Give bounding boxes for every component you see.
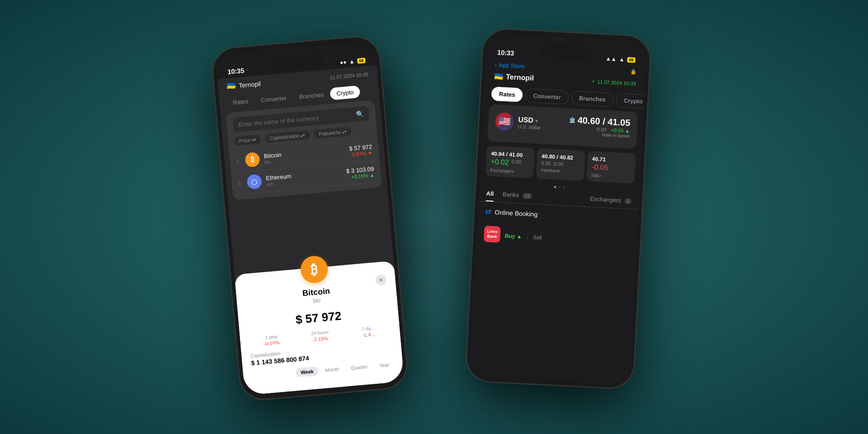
right-battery-badge: 66: [627, 57, 636, 63]
usd-flag: 🇺🇸: [495, 112, 514, 131]
buy-sell-row: Buy ▲ / Sell: [505, 231, 630, 246]
right-date: ✓ 11.07.2024 10:33: [591, 78, 636, 86]
left-status-icons: ●● ▲ 66: [340, 57, 365, 66]
left-city-label: 🇺🇦 Ternopil: [226, 79, 261, 90]
left-status-time: 10:35: [227, 66, 244, 75]
btc-big-icon: ₿: [300, 255, 329, 284]
left-content: 🇺🇦 Ternopil 11.07.2024 10:35 Rates Conve…: [217, 65, 405, 395]
check-icon: ✓: [591, 78, 596, 84]
right-city-name: Ternopil: [506, 73, 534, 82]
back-chevron: ‹: [495, 61, 497, 68]
banks-tab-exchangers[interactable]: Exchangers 1: [590, 195, 632, 209]
tab-rates-right[interactable]: Rates: [491, 87, 523, 103]
usd-main-row: 🇺🇸 USD ▾ U.S. dollar 🏦 40.60 / 41.0: [495, 111, 631, 139]
nbu-card: 40.71 -0.05 NBU: [586, 151, 636, 184]
usd-code: USD: [518, 116, 534, 125]
btc-icon: ₿: [245, 152, 260, 168]
lock-icon: 🔒: [630, 69, 637, 75]
left-header-date: 11.07.2024 10:35: [330, 71, 368, 80]
right-content: ‹ App Store 🔒 🇺🇦 Ternopil ✓ 11.07.2024 1…: [469, 58, 646, 384]
wifi-icon: ▲: [349, 58, 355, 65]
sort-cap-btn[interactable]: Capitalization ▴▾: [265, 130, 310, 143]
nbu-changes: -0.05: [591, 163, 631, 173]
banks-tab-all[interactable]: All: [486, 190, 494, 202]
left-screen: 10:35 ●● ▲ 66 🇺🇦 Ternopil 11.07.2024 10:…: [215, 41, 405, 396]
booking-text: Online Booking: [495, 208, 538, 218]
tab-branches-left[interactable]: Branches: [292, 88, 331, 104]
exchg-change2: 0.00: [511, 159, 521, 167]
sort-pop-btn[interactable]: Popularity ▴▾: [314, 127, 351, 139]
sort-price-btn[interactable]: Price ▴▾: [234, 134, 261, 146]
tab-rates-left[interactable]: Rates: [226, 94, 255, 109]
exchangers-label: Exchangers: [490, 168, 529, 175]
dot-2: [558, 186, 561, 189]
crypto-search-area: Enter the name of the currency 🔍 Price ▴…: [226, 100, 382, 200]
tab-branches-right[interactable]: Branches: [571, 91, 614, 107]
btc-close-btn[interactable]: ✕: [375, 274, 387, 286]
right-screen: 10:33 ▲▲ ▲ 66 ‹ App Store 🔒: [469, 34, 647, 383]
tab-crypto-left[interactable]: Crypto: [330, 85, 360, 100]
right-status-icons: ▲▲ ▲ 66: [605, 56, 635, 63]
btc-price-col: $ 57 972 -0.07% ▼: [349, 143, 373, 157]
eth-icon: ⬡: [246, 174, 262, 190]
period-week[interactable]: Week: [296, 366, 318, 377]
btc-rank: 1.: [236, 158, 245, 164]
eth-rank: 2.: [238, 179, 247, 186]
signal-icon: ●●: [340, 59, 347, 66]
btc-detail-card: ₿ ✕ Bitcoin btc $ 57 972 1 year -0.07% 2…: [234, 261, 404, 396]
bank-info: Buy ▲ / Sell: [505, 230, 630, 246]
right-status-time: 10:33: [497, 48, 514, 57]
tab-crypto-right[interactable]: Crypto: [616, 93, 647, 109]
nbu-change: -0.05: [591, 163, 608, 172]
app-store-back-btn[interactable]: ‹ App Store: [495, 61, 525, 70]
period-year[interactable]: Year: [374, 360, 394, 371]
exchangers-card: 40.94 / 41.00 +0.02 0.00 Exchangers: [486, 146, 535, 178]
nbu-label: NBU: [591, 173, 630, 179]
phone-right: 10:33 ▲▲ ▲ 66 ‹ App Store 🔒: [466, 28, 651, 389]
usd-label-col: USD ▾ U.S. dollar: [518, 116, 570, 132]
dot-1: [554, 186, 556, 188]
right-date-text: 11.07.2024 10:33: [597, 79, 636, 86]
period-quarter[interactable]: Quarter: [346, 362, 373, 373]
right-notch: [539, 43, 594, 61]
right-signal-icon: ▲▲: [605, 56, 616, 62]
interbank-label: Interbank: [541, 167, 580, 174]
bank-icon: 🏦: [569, 117, 576, 123]
tab-converter-right[interactable]: Converter: [525, 88, 569, 104]
right-city: 🇺🇦 Ternopil: [494, 72, 534, 83]
sell-label: Sell: [533, 234, 542, 241]
search-icon: 🔍: [356, 110, 364, 118]
exchangers-changes: +0.02 0.00: [491, 158, 530, 168]
phones-container: 10:35 ●● ▲ 66 🇺🇦 Ternopil 11.07.2024 10:…: [231, 23, 637, 411]
usd-rate-col: 🏦 40.60 / 41.05 0.00 +0.05 ▲ Rate in ban…: [569, 115, 631, 139]
search-placeholder-text: Enter the name of the currency: [238, 114, 319, 128]
eth-price-col: $ 3 103.09 +0.16% ▲: [346, 165, 375, 179]
phone-left: 10:35 ●● ▲ 66 🇺🇦 Ternopil 11.07.2024 10:…: [211, 35, 409, 401]
dot-3: [563, 186, 565, 189]
ukraine-flag: 🇺🇦: [226, 81, 236, 91]
exchg-change1: +0.02: [491, 158, 509, 167]
interbank-change1: 0.00: [541, 160, 551, 166]
btc-detail-header: ₿ ✕ Bitcoin btc: [244, 270, 388, 310]
btc-stat-24h: 24 hours -2.19%: [297, 328, 343, 344]
usd-rate-card: 🇺🇸 USD ▾ U.S. dollar 🏦 40.60 / 41.0: [487, 104, 638, 149]
buy-label: Buy ▲: [505, 232, 522, 240]
interbank-card: 40.80 / 40.82 0.00 0.00 Interbank: [536, 148, 585, 181]
eth-name-col: Ethereum eth: [265, 168, 347, 187]
btc-stat-7d: 7 da... -1.4...: [345, 324, 391, 340]
banks-tab-banks[interactable]: Banks 23: [502, 191, 532, 203]
livex-bank-logo: LivexBank: [484, 226, 501, 243]
tab-converter-left[interactable]: Converter: [254, 91, 293, 107]
exchangers-count: 1: [624, 198, 632, 204]
separator: /: [526, 233, 528, 241]
back-label: App Store: [498, 61, 525, 70]
interbank-changes: 0.00 0.00: [541, 160, 580, 167]
usd-change-left: 0.00: [597, 127, 607, 132]
btc-detail-name: Bitcoin: [302, 286, 330, 298]
right-wifi-icon: ▲: [619, 56, 625, 63]
booking-arrows-icon: ⇄: [485, 207, 491, 216]
btc-stat-1year: 1 year -0.07%: [249, 333, 294, 348]
left-city-name: Ternopil: [238, 80, 261, 89]
period-month[interactable]: Month: [321, 364, 344, 375]
battery-badge: 66: [357, 58, 366, 64]
